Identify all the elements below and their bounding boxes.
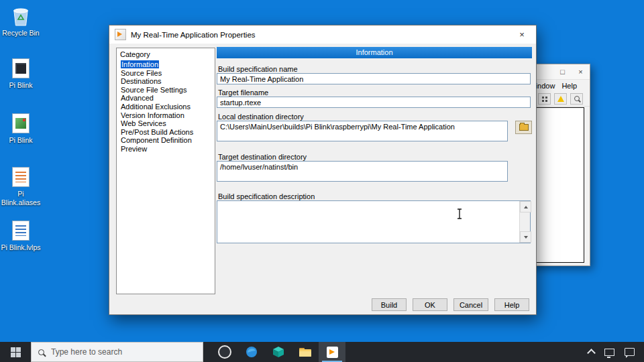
target-filename-input[interactable] [217, 97, 531, 108]
aliases-file-icon [11, 166, 31, 188]
windows-logo-icon [11, 347, 21, 357]
taskbar-app-icons [211, 342, 345, 362]
properties-dialog: My Real-Time Application Properties × Ca… [109, 25, 537, 315]
desktop-icon-pi-blink-lvlps[interactable]: Pi Blink.lvlps [0, 220, 42, 252]
labview-project-file-icon [11, 113, 31, 134]
taskbar-app-circle-icon[interactable] [211, 342, 238, 362]
desktop-icon-label: Pi Blink.lvlps [1, 243, 41, 252]
search-icon [38, 349, 44, 355]
target-filename-label: Target filename [218, 88, 268, 97]
scroll-up-icon[interactable] [520, 201, 531, 213]
warning-icon[interactable] [554, 93, 567, 105]
menu-help[interactable]: Help [558, 82, 580, 90]
file-explorer-icon[interactable] [292, 342, 319, 362]
category-list: Category Information Source Files Destin… [116, 48, 215, 294]
taskbar [0, 342, 644, 362]
recycle-bin-icon [11, 5, 31, 27]
folder-icon [519, 124, 529, 131]
maximize-button[interactable]: □ [553, 64, 572, 79]
browse-folder-button[interactable] [515, 121, 532, 134]
tray-chevron-up-icon[interactable] [587, 349, 596, 357]
lvlps-file-icon [11, 220, 31, 241]
local-destination-label: Local destination directory [218, 113, 304, 121]
desktop-icon-recycle-bin[interactable]: Recycle Bin [0, 5, 42, 38]
desktop-icon-pi-blink-2[interactable]: Pi Blink [0, 113, 42, 145]
description-label: Build specification description [218, 192, 315, 200]
build-spec-name-input[interactable] [217, 73, 531, 84]
ni-cube-icon[interactable] [265, 342, 292, 362]
description-input[interactable] [217, 200, 531, 243]
desktop-icon-pi-blink-1[interactable]: Pi Blink [0, 58, 42, 90]
target-destination-input[interactable]: /home/lvuser/natinst/bin [217, 161, 508, 182]
build-spec-name-label: Build specification name [218, 65, 298, 73]
system-tray [588, 342, 644, 362]
start-button[interactable] [0, 342, 31, 362]
action-center-icon[interactable] [625, 348, 635, 356]
desktop-icon-label: Pi Blink.aliases [1, 190, 41, 206]
category-item-preview[interactable]: Preview [117, 145, 215, 154]
windows-desktop: { "desktop": { "icons": [ {"label": "Rec… [0, 0, 644, 362]
dialog-title: My Real-Time Application Properties [131, 31, 256, 39]
desktop-icon-label: Recycle Bin [2, 29, 39, 38]
panel-header: Information [217, 47, 532, 58]
help-button[interactable]: Help [494, 298, 529, 311]
cancel-button[interactable]: Cancel [453, 298, 488, 311]
close-button[interactable]: × [572, 64, 590, 79]
taskbar-search[interactable] [31, 342, 203, 362]
build-button[interactable]: Build [372, 298, 407, 311]
close-icon[interactable]: × [508, 25, 536, 44]
text-cursor [456, 208, 463, 222]
desktop-icon-label: Pi Blink [9, 136, 32, 145]
edge-browser-icon[interactable] [238, 342, 265, 362]
search-tool-icon[interactable] [570, 93, 583, 105]
ok-button[interactable]: OK [413, 298, 447, 311]
labview-vi-file-icon [11, 58, 31, 79]
category-header: Category [117, 48, 215, 61]
desktop-icon-pi-blink-aliases[interactable]: Pi Blink.aliases [0, 166, 42, 206]
desktop-icon-label: Pi Blink [9, 81, 32, 90]
description-scrollbar[interactable] [519, 201, 530, 243]
target-destination-label: Target destination directory [218, 153, 307, 161]
local-destination-input[interactable]: C:\Users\MainUser\builds\Pi Blink\raspbe… [217, 121, 508, 141]
labview-app-icon [115, 29, 126, 40]
align-objects-icon[interactable] [538, 93, 551, 105]
scroll-down-icon[interactable] [520, 231, 531, 243]
dialog-titlebar[interactable]: My Real-Time Application Properties × [109, 25, 536, 44]
display-icon[interactable] [604, 349, 614, 356]
search-input[interactable] [50, 347, 173, 357]
dialog-buttons: Build OK Cancel Help [372, 298, 529, 311]
labview-app-icon[interactable] [319, 342, 345, 362]
